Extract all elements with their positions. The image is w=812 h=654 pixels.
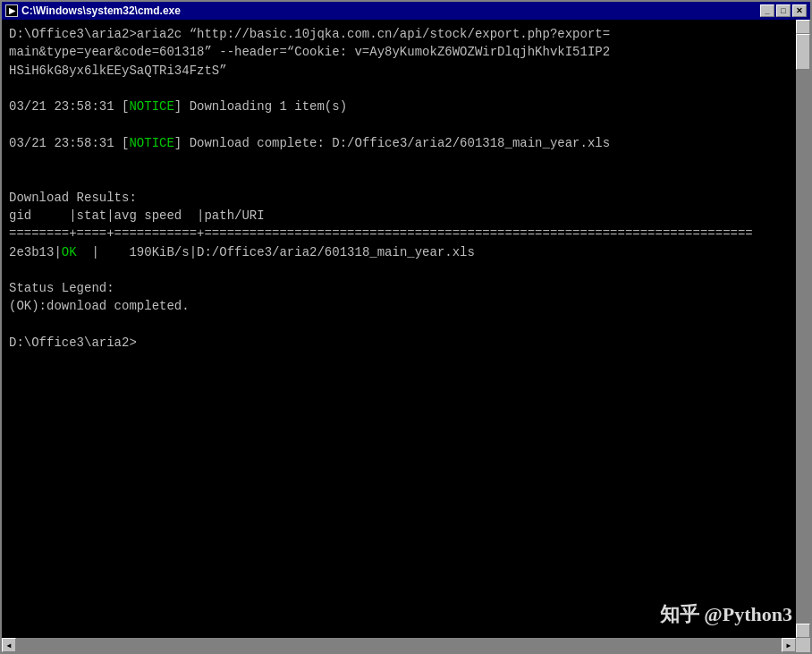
- vertical-scrollbar[interactable]: ▲ ▼: [796, 20, 810, 638]
- watermark: 知乎 @Python3: [660, 600, 792, 629]
- horizontal-scrollbar[interactable]: ◀ ▶: [2, 638, 810, 652]
- cmd-window: ▶ C:\Windows\system32\cmd.exe _ □ ✕ D:\O…: [0, 0, 812, 654]
- terminal-blank: [9, 80, 787, 98]
- terminal-blank: [9, 261, 787, 279]
- notice-line-1: 03/21 23:58:31 [NOTICE] Downloading 1 it…: [9, 98, 787, 115]
- title-bar: ▶ C:\Windows\system32\cmd.exe _ □ ✕: [2, 2, 810, 20]
- terminal-body: D:\Office3\aria2>aria2c “http://basic.10…: [2, 20, 810, 638]
- ok-status: OK: [62, 245, 77, 259]
- scrollbar-corner: [796, 638, 810, 652]
- terminal-blank: [9, 316, 787, 334]
- legend-header: Status Legend:: [9, 279, 787, 297]
- terminal-content: D:\Office3\aria2>aria2c “http://basic.10…: [9, 25, 787, 352]
- notice-keyword: NOTICE: [129, 136, 173, 150]
- title-bar-buttons: _ □ ✕: [760, 4, 807, 17]
- table-header: gid |stat|avg speed |path/URI: [9, 207, 787, 225]
- hscrollbar-track: [16, 638, 782, 652]
- notice-keyword: NOTICE: [129, 99, 173, 114]
- terminal-blank: [9, 115, 787, 133]
- title-bar-left: ▶ C:\Windows\system32\cmd.exe: [5, 4, 181, 17]
- cmd-icon: ▶: [5, 4, 18, 17]
- close-button[interactable]: ✕: [792, 4, 807, 17]
- minimize-button[interactable]: _: [760, 4, 774, 17]
- terminal-line: D:\Office3\aria2>aria2c “http://basic.10…: [9, 25, 787, 43]
- terminal-line: HSiH6kG8yx6lkEEySaQTRi34FztS”: [9, 62, 787, 80]
- terminal-blank: [9, 152, 787, 170]
- results-header: Download Results:: [9, 189, 787, 207]
- scrollbar-track: [796, 34, 810, 624]
- maximize-button[interactable]: □: [776, 4, 791, 17]
- scroll-right-button[interactable]: ▶: [782, 638, 796, 652]
- terminal-line: main&type=year&code=601318” --header=“Co…: [9, 43, 787, 61]
- scrollbar-thumb[interactable]: [796, 34, 810, 70]
- scroll-up-button[interactable]: ▲: [796, 20, 810, 34]
- window-title: C:\Windows\system32\cmd.exe: [21, 4, 181, 17]
- terminal-blank: [9, 170, 787, 188]
- scroll-down-button[interactable]: ▼: [796, 624, 810, 638]
- scroll-left-button[interactable]: ◀: [2, 638, 16, 652]
- table-row: 2e3b13|OK | 190KiB/s|D:/Office3/aria2/60…: [9, 243, 787, 261]
- notice-line-2: 03/21 23:58:31 [NOTICE] Download complet…: [9, 134, 787, 152]
- prompt-line: D:\Office3\aria2>: [9, 334, 787, 352]
- legend-ok: (OK):download completed.: [9, 297, 787, 315]
- table-separator: ========+====+===========+==============…: [9, 225, 787, 242]
